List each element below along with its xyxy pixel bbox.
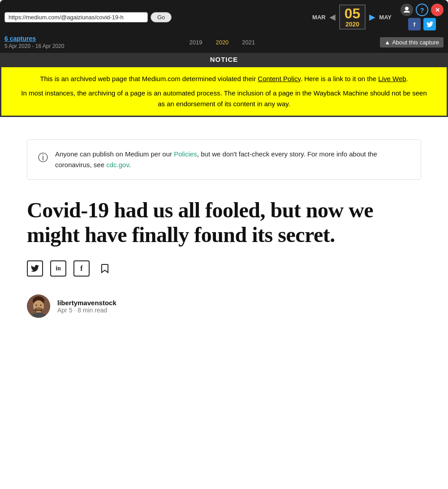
wayback-toolbar: Go MAR ◀ 05 2020 ▶ MAY: [0, 0, 448, 53]
facebook-icon-label: f: [414, 21, 415, 28]
share-facebook-icon[interactable]: f: [73, 260, 90, 277]
about-capture-label: About this capture: [392, 39, 439, 46]
close-icon-label: ✕: [435, 7, 440, 13]
notice-body: This is an archived web page that Medium…: [0, 66, 448, 117]
next-month-label: MAY: [379, 14, 392, 21]
policy-notice-box: ⓘ Anyone can publish on Medium per our P…: [27, 139, 421, 180]
calendar-area: MAR ◀ 05 2020 ▶ MAY: [312, 4, 392, 30]
date-day: 05: [345, 6, 361, 21]
toolbar-icons-right: ? ✕ f: [401, 4, 444, 30]
content-policy-link[interactable]: Content Policy: [258, 75, 301, 82]
about-capture-triangle-icon: ▲: [384, 39, 390, 46]
url-input[interactable]: [4, 12, 148, 22]
notice-text-3: In most instances, the archiving of a pa…: [19, 88, 429, 109]
close-icon[interactable]: ✕: [431, 4, 444, 16]
share-linkedin-icon[interactable]: in: [50, 260, 66, 277]
share-twitter-icon[interactable]: [27, 260, 43, 277]
share-bookmark-icon[interactable]: [97, 260, 113, 277]
policy-period: .: [129, 161, 131, 169]
date-year: 2020: [345, 21, 361, 28]
next-arrow-icon[interactable]: ▶: [369, 12, 375, 22]
user-icon[interactable]: [401, 4, 413, 16]
notice-period: .: [406, 75, 408, 82]
author-row: libertymavenstock Apr 5 · 8 min read: [27, 294, 421, 318]
help-icon-label: ?: [420, 6, 424, 14]
year-right: 2021: [242, 39, 255, 46]
svg-point-0: [405, 7, 409, 10]
medium-content: ⓘ Anyone can publish on Medium per our P…: [0, 117, 448, 336]
notice-text-2: . Here is a link to it on the: [301, 75, 376, 82]
about-capture-button[interactable]: ▲ About this capture: [380, 37, 444, 48]
captures-date: 5 Apr 2020 - 16 Apr 2020: [4, 43, 64, 49]
url-bar-area: Go: [4, 12, 303, 22]
help-icon[interactable]: ?: [416, 4, 428, 16]
captures-link[interactable]: 6 captures: [4, 35, 64, 42]
cdc-link[interactable]: cdc.gov: [106, 161, 129, 169]
policy-warning-icon: ⓘ: [38, 150, 48, 165]
year-center: 2020: [215, 39, 228, 46]
notice-text-1: This is an archived web page that Medium…: [40, 75, 256, 82]
author-meta: Apr 5 · 8 min read: [57, 307, 116, 314]
prev-arrow-icon[interactable]: ◀: [329, 12, 336, 22]
captures-info: 6 captures 5 Apr 2020 - 16 Apr 2020: [4, 35, 64, 49]
year-left: 2019: [190, 39, 202, 46]
year-range: 2019 2020 2021: [190, 39, 255, 46]
article-title: Covid-19 had us all fooled, but now we m…: [27, 198, 421, 247]
author-avatar: [27, 294, 50, 318]
policies-link[interactable]: Policies: [174, 150, 197, 158]
policy-text-before: Anyone can publish on Medium per our: [55, 150, 172, 158]
share-row: in f: [27, 260, 421, 277]
prev-month-label: MAR: [312, 14, 326, 21]
notice-header: NOTICE: [0, 53, 448, 66]
date-display: 05 2020: [339, 4, 366, 30]
live-web-link[interactable]: Live Web: [378, 75, 406, 82]
svg-point-4: [36, 305, 37, 306]
svg-point-7: [35, 307, 42, 310]
author-info: libertymavenstock Apr 5 · 8 min read: [57, 299, 116, 314]
twitter-icon[interactable]: [423, 18, 436, 30]
author-name[interactable]: libertymavenstock: [57, 299, 116, 307]
facebook-icon[interactable]: f: [408, 18, 421, 30]
policy-text: Anyone can publish on Medium per our Pol…: [55, 149, 410, 170]
svg-point-5: [40, 305, 42, 306]
go-button[interactable]: Go: [151, 12, 172, 22]
avatar-image: [27, 294, 50, 318]
